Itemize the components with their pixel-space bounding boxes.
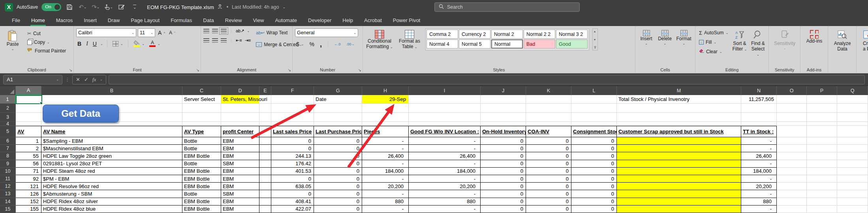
cell-O2[interactable] [777, 104, 807, 113]
cell-F11[interactable]: 0 [271, 175, 314, 183]
format-cells-button[interactable]: Format⌄ [675, 28, 693, 45]
cell-D13[interactable]: SBM [221, 190, 259, 198]
increase-indent-icon[interactable]: ⇥≡ [245, 38, 251, 43]
cell-F6[interactable]: 0 [271, 137, 314, 145]
cell-N4[interactable] [741, 122, 777, 126]
cell-H1[interactable]: 29-Sep [362, 95, 409, 104]
cell-G2[interactable] [314, 104, 362, 113]
cell-A8[interactable]: 55 [16, 152, 41, 160]
cell-P4[interactable] [807, 122, 837, 126]
cell-M9[interactable] [617, 160, 741, 168]
save-icon[interactable] [65, 2, 74, 12]
cell-K7[interactable]: 0 [526, 145, 571, 152]
cell-Q2[interactable] [837, 104, 868, 113]
cell-G8[interactable]: 0 [314, 152, 362, 160]
column-header-B[interactable]: B [41, 86, 182, 95]
cell-J15[interactable]: 0 [481, 206, 526, 213]
cell-N6[interactable]: - [741, 137, 777, 145]
cell-F3[interactable] [271, 113, 314, 122]
row-header-4[interactable]: 4 [0, 122, 16, 126]
tab-automate[interactable]: Automate [269, 14, 302, 26]
cell-G14[interactable]: 0 [314, 198, 362, 206]
cell-K1[interactable] [526, 95, 571, 104]
cell-F8[interactable]: 244.13 [271, 152, 314, 160]
cell-C15[interactable]: EBM Bottle [182, 206, 221, 213]
cell-Q13[interactable] [837, 190, 868, 198]
row-header-11[interactable]: 11 [0, 175, 16, 183]
create-pdf-button[interactable]: Cre a P [859, 28, 868, 52]
cell-B6[interactable]: $Sampling - EBM [41, 137, 182, 145]
cell-I1[interactable] [409, 95, 481, 104]
cell-J14[interactable]: 0 [481, 198, 526, 206]
cell-L14[interactable]: 0 [571, 198, 617, 206]
clipboard-dialog-launcher-icon[interactable]: ↘ [69, 68, 72, 72]
row-header-14[interactable]: 14 [0, 198, 16, 206]
orientation-icon[interactable]: ab↗ [236, 28, 244, 34]
cell-N10[interactable]: 184,000 [741, 168, 777, 175]
cell-P12[interactable] [807, 183, 837, 190]
cell-D9[interactable]: SBM [221, 160, 259, 168]
ink-icon[interactable] [117, 2, 126, 12]
style-normal4[interactable]: Normal 4 [426, 39, 458, 49]
cell-B7[interactable]: $Maschinenstillstand EBM [41, 145, 182, 152]
number-dialog-launcher-icon[interactable]: ↘ [358, 68, 361, 72]
tab-macros[interactable]: Macros [51, 14, 79, 26]
cell-J6[interactable]: 0 [481, 137, 526, 145]
cell-E4[interactable] [259, 122, 271, 126]
paste-button[interactable]: Paste⌄ [2, 28, 23, 55]
cell-E7[interactable] [259, 145, 271, 152]
cell-D3[interactable] [221, 113, 259, 122]
alignment-dialog-launcher-icon[interactable]: ↘ [288, 68, 291, 72]
cell-O13[interactable] [777, 190, 807, 198]
column-header-E[interactable]: E [259, 86, 271, 95]
cell-P13[interactable] [807, 190, 837, 198]
redo-icon[interactable]: ↷⌄ [91, 2, 100, 12]
cell-C6[interactable]: Bottle [182, 137, 221, 145]
cell-H3[interactable] [362, 113, 409, 122]
cell-L3[interactable] [571, 113, 617, 122]
cell-N15[interactable]: - [741, 206, 777, 213]
cell-Q8[interactable] [837, 152, 868, 160]
cell-L11[interactable]: 0 [571, 175, 617, 183]
cell-Q4[interactable] [837, 122, 868, 126]
cell-J11[interactable]: 0 [481, 175, 526, 183]
cell-D5[interactable]: profit Center [221, 126, 259, 137]
cell-P10[interactable] [807, 168, 837, 175]
format-painter-button[interactable]: Format Painter [26, 47, 67, 55]
cell-K9[interactable]: 0 [526, 160, 571, 168]
copy-button[interactable]: Copy⌄ [26, 38, 67, 47]
fill-button[interactable]: ↓Fill⌄ [698, 38, 729, 47]
cell-M12[interactable] [617, 183, 741, 190]
cell-C14[interactable]: EBM Bottle [182, 198, 221, 206]
cell-A4[interactable] [16, 122, 41, 126]
cell-J9[interactable]: 0 [481, 160, 526, 168]
font-color-button[interactable]: A ⌄ [148, 39, 162, 48]
cell-I5[interactable]: Good FG W/o INV Location : [409, 126, 481, 137]
tab-file[interactable]: File [6, 14, 26, 26]
cell-F15[interactable]: 422.07 [271, 206, 314, 213]
cell-D1[interactable]: St. Peters, Missouri [221, 95, 259, 104]
cell-K12[interactable]: 0 [526, 183, 571, 190]
row-header-15[interactable]: 15 [0, 206, 16, 213]
enter-icon[interactable]: ✓ [84, 77, 88, 82]
find-select-button[interactable]: Find & Select ⌄ [750, 28, 766, 57]
cell-K15[interactable]: 0 [526, 206, 571, 213]
cell-E15[interactable] [259, 206, 271, 213]
row-header-7[interactable]: 7 [0, 145, 16, 152]
cell-G4[interactable] [314, 122, 362, 126]
column-header-G[interactable]: G [314, 86, 362, 95]
cell-I14[interactable]: 880 [409, 198, 481, 206]
cell-H5[interactable]: Pieces [362, 126, 409, 137]
cell-A9[interactable]: 56 [16, 160, 41, 168]
cell-H4[interactable] [362, 122, 409, 126]
cell-B12[interactable]: HDPE Resolve 96oz red [41, 183, 182, 190]
cell-C11[interactable]: EBM Bottle [182, 175, 221, 183]
cell-B13[interactable]: $Abmusterung - SBM [41, 190, 182, 198]
cell-K3[interactable] [526, 113, 571, 122]
column-header-C[interactable]: C [182, 86, 221, 95]
formula-bar-splitter[interactable]: ⋮ [65, 77, 70, 82]
cell-P1[interactable] [807, 95, 837, 104]
cell-C5[interactable]: AV Type [182, 126, 221, 137]
cell-Q12[interactable] [837, 183, 868, 190]
cell-G12[interactable]: 0 [314, 183, 362, 190]
